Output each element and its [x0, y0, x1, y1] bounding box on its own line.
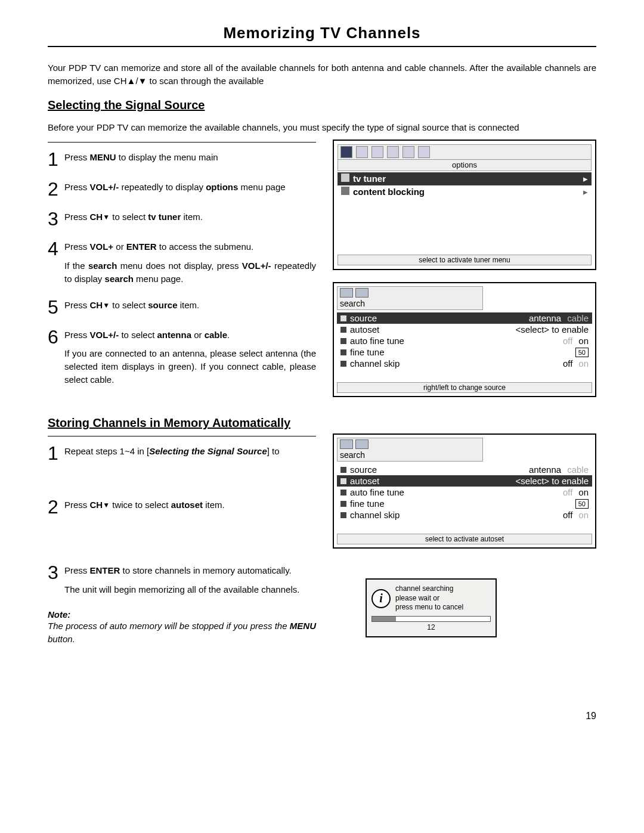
step-1b: 1 Repeat steps 1~4 in [Selecting the Sig… — [48, 445, 316, 462]
osd-row-channel-skip: channel skip off on — [337, 509, 592, 521]
progress-bar — [371, 616, 491, 622]
osd-row-fine-tune: fine tune 50 — [337, 346, 592, 358]
osd-row-fine-tune: fine tune 50 — [337, 498, 592, 509]
step-number: 3 — [48, 210, 64, 227]
osd-footer: right/left to change source — [337, 382, 592, 393]
bullet-icon — [340, 501, 346, 507]
osd-row-autoset: autoset <select> to enable — [337, 324, 592, 335]
osd-row-tv-tuner: tv tuner▸ — [338, 172, 592, 185]
bullet-icon — [340, 361, 346, 367]
osd-row-autoset: autoset <select> to enable — [337, 475, 592, 487]
osd-search-header: search — [337, 286, 483, 310]
bullet-icon — [340, 349, 346, 355]
osd-row-auto-fine-tune: auto fine tune off on — [337, 335, 592, 346]
step-text: Press CH▼ to select source item. — [64, 299, 316, 312]
tab-icon — [371, 146, 383, 158]
lock-icon — [341, 187, 349, 195]
tab-icon — [402, 146, 414, 158]
bullet-icon — [340, 467, 346, 473]
tab-icon — [356, 146, 368, 158]
step-4: 4 Press VOL+ or ENTER to access the subm… — [48, 240, 316, 285]
bullet-icon — [340, 478, 346, 484]
bullet-icon — [340, 315, 346, 321]
bullet-icon — [340, 490, 346, 496]
step-number: 1 — [48, 445, 64, 462]
tab-icon — [340, 146, 352, 158]
step-1: 1 Press MENU to display the menu main — [48, 151, 316, 168]
bullet-icon — [340, 512, 346, 518]
osd-channel-searching-popup: i channel searching please wait or press… — [366, 578, 497, 637]
osd-options-menu: options tv tuner▸ content blocking▸ sele… — [333, 140, 596, 270]
step-6: 6 Press VOL+/- to select antenna or cabl… — [48, 329, 316, 386]
step-number: 3 — [48, 564, 64, 581]
osd-search-header: search — [337, 438, 483, 462]
note-label: Note: — [48, 609, 316, 620]
step-text: Press MENU to display the menu main — [64, 151, 316, 164]
page-number: 19 — [48, 711, 596, 721]
tab-icon — [340, 439, 353, 449]
chevron-down-icon: ▼ — [103, 301, 110, 309]
step-number: 5 — [48, 299, 64, 315]
tab-icon — [418, 146, 430, 158]
step-3: 3 Press CH▼ to select tv tuner item. — [48, 210, 316, 227]
intro-text: Your PDP TV can memorize and store all o… — [48, 61, 596, 88]
osd-row-content-blocking: content blocking▸ — [338, 185, 592, 199]
step-text: Press CH▼ to select tv tuner item. — [64, 210, 316, 224]
divider — [48, 436, 316, 436]
chevron-right-icon: ▸ — [583, 187, 588, 197]
osd-row-source: source antenna cable — [337, 312, 592, 324]
osd-tab-bar — [338, 144, 592, 160]
tab-icon — [387, 146, 399, 158]
tab-icon — [340, 288, 353, 298]
step-text: Press VOL+ or ENTER to access the submen… — [64, 240, 316, 285]
osd-tab-label: options — [338, 160, 592, 171]
chevron-right-icon: ▸ — [583, 174, 588, 184]
info-icon: i — [371, 589, 391, 608]
tv-tuner-icon — [341, 174, 349, 182]
step-2: 2 Press VOL+/- repeatedly to display opt… — [48, 181, 316, 197]
step-text: Repeat steps 1~4 in [Selecting the Signa… — [64, 445, 316, 458]
progress-value: 12 — [371, 623, 491, 631]
tab-icon — [355, 439, 369, 449]
step-5: 5 Press CH▼ to select source item. — [48, 299, 316, 315]
chevron-down-icon: ▼ — [103, 501, 110, 510]
osd-row-source: source antenna cable — [337, 464, 592, 475]
step-number: 2 — [48, 498, 64, 515]
step-number: 4 — [48, 240, 64, 257]
step-text: Press CH▼ twice to select autoset item. — [64, 498, 316, 512]
step-number: 2 — [48, 181, 64, 197]
step-text: Press VOL+/- to select antenna or cable.… — [64, 329, 316, 386]
section-selecting-heading: Selecting the Signal Source — [48, 98, 596, 112]
section-selecting-sub: Before your PDP TV can memorize the avai… — [48, 121, 596, 134]
bullet-icon — [340, 338, 346, 344]
osd-row-channel-skip: channel skip off on — [337, 358, 592, 369]
section-storing-heading: Storing Channels in Memory Automatically — [48, 416, 596, 430]
page-title: Memorizing TV Channels — [48, 24, 596, 47]
chevron-down-icon: ▼ — [103, 213, 110, 222]
osd-search-menu-autoset: search source antenna cable autoset <sel… — [333, 433, 596, 549]
osd-search-menu-source: search source antenna cable autoset <sel… — [333, 282, 596, 397]
divider — [48, 142, 316, 143]
osd-footer: select to activate autoset — [337, 534, 592, 544]
step-2b: 2 Press CH▼ twice to select autoset item… — [48, 498, 316, 515]
step-3b: 3 Press ENTER to store channels in memor… — [48, 564, 316, 596]
step-number: 1 — [48, 151, 64, 168]
osd-footer: select to activate tuner menu — [338, 255, 592, 265]
bullet-icon — [340, 327, 346, 333]
tab-icon — [355, 288, 369, 298]
step-text: Press VOL+/- repeatedly to display optio… — [64, 181, 316, 194]
step-text: Press ENTER to store channels in memory … — [64, 564, 316, 596]
osd-row-auto-fine-tune: auto fine tune off on — [337, 487, 592, 498]
step-number: 6 — [48, 329, 64, 345]
note-text: The process of auto memory will be stopp… — [48, 620, 316, 646]
